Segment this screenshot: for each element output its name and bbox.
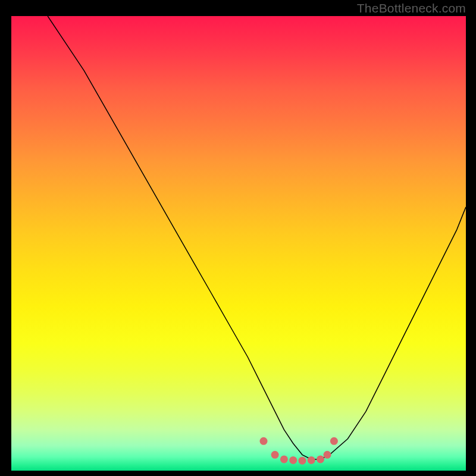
highlight-dot [271, 451, 279, 459]
bottleneck-curve-line [48, 16, 466, 459]
highlight-dot [317, 455, 324, 463]
highlight-dot [260, 437, 268, 445]
chart-overlay-svg [11, 16, 466, 471]
highlight-dot [289, 456, 297, 464]
highlight-dot [330, 437, 338, 445]
watermark-text: TheBottleneck.com [357, 1, 466, 15]
highlight-dot [308, 456, 315, 464]
highlight-dot [299, 457, 306, 465]
highlight-dot [280, 455, 288, 463]
highlight-dot [324, 451, 331, 459]
